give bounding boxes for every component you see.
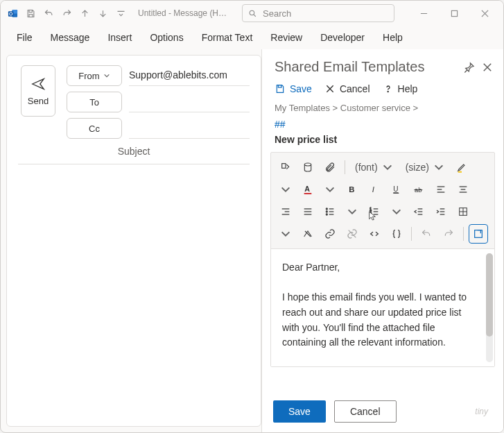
toolbar-save[interactable]: Save — [275, 83, 312, 94]
numbered-list-icon[interactable]: 123 — [365, 203, 383, 221]
close-button[interactable] — [470, 3, 499, 23]
svg-line-8 — [254, 15, 256, 17]
highlight-icon[interactable] — [453, 158, 471, 176]
send-icon — [31, 76, 46, 92]
indent-decrease-icon[interactable] — [410, 203, 428, 221]
attach-icon[interactable] — [321, 158, 339, 176]
template-title[interactable]: New price list — [262, 134, 503, 152]
svg-line-64 — [349, 230, 356, 238]
font-size-select[interactable]: (size) — [401, 158, 449, 176]
align-left-icon[interactable] — [432, 180, 450, 198]
table-icon[interactable] — [454, 203, 472, 221]
align-right-icon[interactable] — [277, 203, 295, 221]
pane-close-icon[interactable] — [481, 61, 494, 74]
svg-text:U: U — [393, 185, 398, 193]
align-justify-icon[interactable] — [299, 203, 317, 221]
link-icon[interactable] — [321, 225, 339, 243]
toolbar-help[interactable]: Help — [383, 83, 418, 94]
svg-rect-15 — [278, 85, 281, 87]
svg-text:B: B — [349, 185, 354, 194]
menu-help[interactable]: Help — [374, 28, 412, 47]
table-dropdown-icon[interactable] — [277, 225, 295, 243]
qat-redo-icon[interactable] — [59, 6, 74, 21]
from-button[interactable]: From — [67, 65, 122, 86]
help-icon — [383, 83, 394, 94]
bold-icon[interactable]: B — [343, 180, 361, 198]
menu-format-text[interactable]: Format Text — [193, 28, 262, 47]
numbered-list-dropdown-icon[interactable] — [388, 203, 406, 221]
highlight-dropdown-icon[interactable] — [277, 180, 295, 198]
body-paragraph: I hope this email finds you well. I want… — [282, 290, 469, 350]
font-color-dropdown-icon[interactable] — [321, 180, 339, 198]
search-box[interactable]: Search — [242, 4, 394, 22]
bullet-list-dropdown-icon[interactable] — [343, 203, 361, 221]
indent-increase-icon[interactable] — [432, 203, 450, 221]
menu-file[interactable]: File — [8, 28, 42, 47]
font-family-select[interactable]: (font) — [351, 158, 397, 176]
breadcrumbs[interactable]: My Templates > Customer service > — [262, 101, 503, 119]
editor-body[interactable]: Dear Partner, I hope this email finds yo… — [271, 248, 494, 366]
outlook-logo-icon — [5, 6, 20, 21]
cc-input[interactable] — [129, 118, 250, 139]
editor-scrollbar-thumb[interactable] — [486, 253, 493, 337]
italic-icon[interactable]: I — [365, 180, 383, 198]
menu-developer[interactable]: Developer — [311, 28, 374, 47]
window-controls — [409, 3, 499, 23]
qat-save-icon[interactable] — [23, 6, 38, 21]
unlink-icon[interactable] — [343, 225, 361, 243]
window-title: Untitled - Message (H… — [138, 8, 227, 18]
svg-rect-19 — [282, 164, 286, 169]
cc-button[interactable]: Cc — [67, 118, 122, 139]
chevron-down-icon — [103, 72, 110, 79]
editor-toolbar: (font) (size) A B I U ab 123 — [271, 153, 494, 248]
svg-point-7 — [250, 10, 254, 15]
svg-point-20 — [304, 163, 311, 166]
insert-macro-icon[interactable] — [277, 158, 295, 176]
clear-formatting-icon[interactable] — [299, 225, 317, 243]
search-icon — [248, 9, 257, 18]
from-value[interactable]: Support@ablebits.com — [129, 65, 250, 86]
qat-undo-icon[interactable] — [41, 6, 56, 21]
svg-point-42 — [326, 208, 327, 210]
menu-review[interactable]: Review — [261, 28, 311, 47]
redo-icon[interactable] — [440, 225, 458, 243]
toolbar-cancel[interactable]: Cancel — [324, 83, 370, 94]
search-placeholder: Search — [263, 8, 291, 19]
align-center-icon[interactable] — [454, 180, 472, 198]
svg-rect-4 — [29, 10, 32, 12]
svg-text:3: 3 — [370, 213, 372, 216]
underline-icon[interactable]: U — [388, 180, 406, 198]
footer-cancel-button[interactable]: Cancel — [334, 400, 397, 423]
expand-editor-icon[interactable] — [469, 225, 487, 243]
shortcut-hash[interactable]: ## — [262, 119, 503, 134]
subject-row[interactable]: Subject — [18, 146, 250, 164]
to-input[interactable] — [129, 92, 250, 112]
font-color-icon[interactable]: A — [299, 180, 317, 198]
pin-icon[interactable] — [463, 61, 476, 74]
qat-up-icon[interactable] — [77, 6, 92, 21]
dataset-icon[interactable] — [299, 158, 317, 176]
menu-message[interactable]: Message — [42, 28, 99, 47]
send-button[interactable]: Send — [21, 65, 55, 117]
send-label: Send — [28, 96, 49, 106]
footer-save-button[interactable]: Save — [273, 400, 326, 423]
to-button[interactable]: To — [67, 92, 122, 112]
maximise-button[interactable] — [440, 3, 469, 23]
pane-title: Shared Email Templates — [275, 59, 424, 75]
cancel-icon — [324, 83, 336, 94]
svg-text:A: A — [304, 185, 310, 193]
rich-editor: (font) (size) A B I U ab 123 — [270, 152, 495, 367]
minimise-button[interactable] — [409, 3, 438, 23]
source-code-icon[interactable] — [365, 225, 383, 243]
menu-insert[interactable]: Insert — [98, 28, 141, 47]
svg-point-44 — [326, 214, 327, 215]
title-bar: Untitled - Message (H… Search — [1, 1, 503, 26]
qat-customise-icon[interactable] — [113, 6, 128, 21]
menu-options[interactable]: Options — [141, 28, 192, 47]
braces-icon[interactable] — [388, 225, 406, 243]
undo-icon[interactable] — [417, 225, 435, 243]
svg-point-43 — [326, 211, 327, 212]
strikethrough-icon[interactable]: ab — [410, 180, 428, 198]
qat-down-icon[interactable] — [95, 6, 110, 21]
bullet-list-icon[interactable] — [321, 203, 339, 221]
